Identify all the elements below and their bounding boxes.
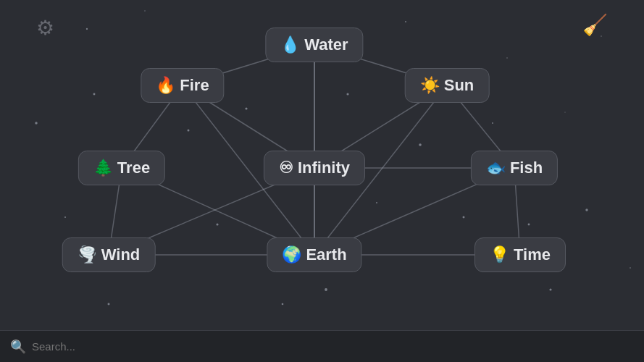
- time-emoji: 💡: [490, 245, 509, 264]
- sun-label: Sun: [444, 76, 474, 95]
- node-infinity[interactable]: ♾Infinity: [264, 151, 365, 185]
- search-input[interactable]: [32, 340, 634, 353]
- sun-emoji: ☀️: [420, 76, 440, 95]
- fire-emoji: 🔥: [156, 76, 175, 95]
- water-label: Water: [304, 35, 348, 54]
- tree-label: Tree: [117, 159, 150, 177]
- water-emoji: 💧: [280, 35, 300, 54]
- node-water[interactable]: 💧Water: [265, 28, 363, 62]
- search-bar: 🔍: [0, 330, 644, 362]
- node-fish[interactable]: 🐟Fish: [471, 151, 558, 185]
- node-earth[interactable]: 🌍Earth: [267, 237, 361, 272]
- broom-icon[interactable]: 🧹: [582, 13, 608, 37]
- time-label: Time: [514, 245, 551, 264]
- fire-label: Fire: [180, 76, 209, 95]
- node-tree[interactable]: 🌲Tree: [78, 151, 165, 185]
- infinity-label: Infinity: [298, 159, 350, 177]
- node-time[interactable]: 💡Time: [474, 237, 566, 272]
- infinity-emoji: ♾: [279, 159, 293, 177]
- gear-icon[interactable]: ⚙: [36, 16, 54, 40]
- node-fire[interactable]: 🔥Fire: [141, 68, 224, 103]
- tree-emoji: 🌲: [93, 159, 113, 177]
- fish-emoji: 🐟: [486, 159, 506, 177]
- search-icon: 🔍: [10, 339, 26, 355]
- fish-label: Fish: [510, 159, 543, 177]
- earth-emoji: 🌍: [282, 245, 301, 264]
- wind-emoji: 🌪️: [78, 245, 97, 264]
- node-wind[interactable]: 🌪️Wind: [62, 237, 156, 272]
- earth-label: Earth: [306, 245, 346, 264]
- wind-label: Wind: [101, 245, 141, 264]
- node-sun[interactable]: ☀️Sun: [405, 68, 490, 103]
